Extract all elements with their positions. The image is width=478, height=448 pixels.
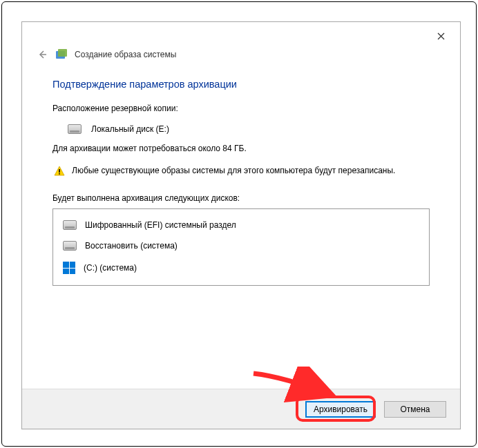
drive-row: Восстановить (система) [60,235,422,256]
back-button[interactable] [36,48,48,61]
svg-rect-5 [59,169,60,173]
app-icon [55,48,68,61]
disk-icon [68,124,82,134]
svg-rect-6 [59,173,60,175]
screenshot-frame: Создание образа системы Подтверждение па… [1,1,477,447]
warning-row: Любые существующие образы системы для эт… [52,166,430,177]
header-row: Создание образа системы [22,48,460,70]
drive-row: (C:) (система) [60,256,422,280]
windows-logo-icon [63,262,75,274]
window-title: Создание образа системы [75,50,176,59]
dialog-footer: Архивировать Отмена [22,389,460,429]
drive-name: Шифрованный (EFI) системный раздел [85,220,236,230]
content-area: Подтверждение параметров архивации Распо… [22,70,460,286]
disk-icon [63,241,77,251]
backup-location-row: Локальный диск (E:) [52,123,430,135]
titlebar [22,22,460,48]
location-label: Расположение резервной копии: [52,104,430,113]
back-arrow-icon [37,49,48,60]
drives-label: Будет выполнена архивация следующих диск… [52,193,430,203]
close-icon [437,32,445,40]
size-info: Для архивации может потребоваться около … [52,144,430,153]
close-button[interactable] [427,26,455,46]
dialog-window: Создание образа системы Подтверждение па… [21,21,461,429]
svg-rect-4 [58,49,67,57]
page-heading: Подтверждение параметров архивации [52,79,430,90]
drives-listbox: Шифрованный (EFI) системный раздел Восст… [52,208,430,286]
archive-button[interactable]: Архивировать [305,401,376,418]
warning-text: Любые существующие образы системы для эт… [72,166,395,177]
backup-location-value: Локальный диск (E:) [91,124,169,134]
drive-row: Шифрованный (EFI) системный раздел [60,215,422,235]
disk-icon [63,220,77,230]
cancel-button[interactable]: Отмена [384,401,446,418]
drive-name: Восстановить (система) [85,241,178,251]
warning-icon [54,166,65,177]
drive-name: (C:) (система) [84,263,137,273]
